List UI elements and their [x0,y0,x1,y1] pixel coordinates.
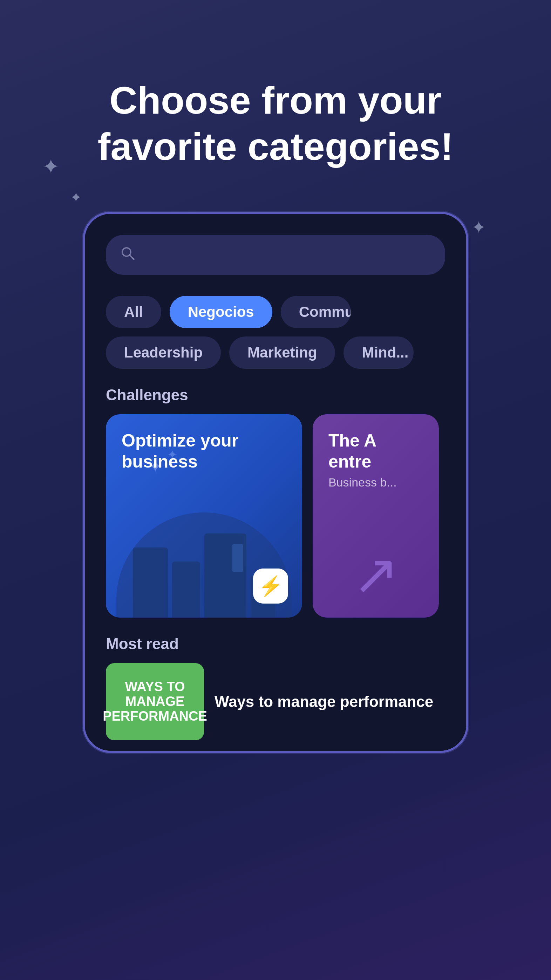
categories-row-1: All Negocios Commun... [106,296,445,328]
category-negocios[interactable]: Negocios [170,296,272,328]
search-icon [120,245,135,264]
lightning-icon: ⚡ [259,575,283,598]
challenge-card-main[interactable]: Optimize your business ✦ ✦ [106,414,302,617]
category-mindset[interactable]: Mind... [344,336,414,369]
categories-row-2: Leadership Marketing Mind... [106,336,445,369]
most-read-section: Most read WAYS TO MANAGE PERFORMANCE Way… [106,635,445,751]
challenge-card-secondary[interactable]: The Aentre Business b... ↗ [313,414,439,617]
svg-point-0 [122,248,131,256]
arrow-decoration: ↗ [352,541,399,607]
lightning-badge: ⚡ [253,568,288,604]
sparkle-decoration-3: ✦ [471,217,486,238]
search-bar[interactable] [106,235,445,275]
sparkle-decoration-1: ✦ [42,154,60,179]
phone-frame: All Negocios Commun... Leadership Market… [83,212,468,753]
sparkle-decoration-2: ✦ [70,189,82,205]
category-community[interactable]: Commun... [281,296,351,328]
category-marketing[interactable]: Marketing [229,336,335,369]
challenge-secondary-title: The Aentre [328,430,423,472]
challenge-secondary-subtitle: Business b... [328,476,423,489]
svg-line-1 [130,256,134,259]
most-read-thumbnail[interactable]: WAYS TO MANAGE PERFORMANCE [106,663,204,740]
page-headline: Choose from your favorite categories! [65,77,486,170]
most-read-label: Most read [106,635,445,652]
category-all[interactable]: All [106,296,161,328]
category-leadership[interactable]: Leadership [106,336,221,369]
challenges-section-label: Challenges [106,386,445,404]
phone-screen: All Negocios Commun... Leadership Market… [85,214,466,751]
most-read-thumb-text: WAYS TO MANAGE PERFORMANCE [103,679,207,724]
challenge-main-title: Optimize your business [122,430,287,472]
most-read-row: WAYS TO MANAGE PERFORMANCE Ways to manag… [106,663,445,740]
challenges-row: Optimize your business ✦ ✦ [106,414,445,617]
most-read-title: Ways to manage performance [215,692,433,711]
